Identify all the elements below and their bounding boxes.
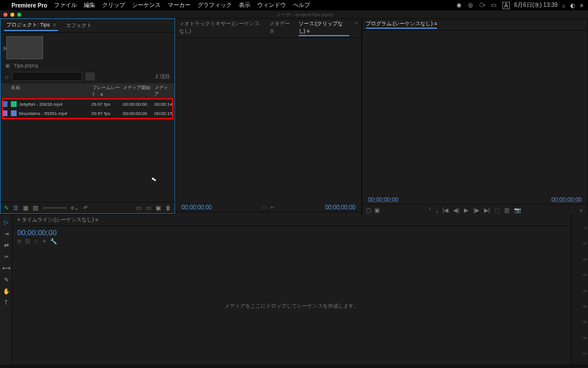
- col-media-start[interactable]: メディア開始: [122, 85, 153, 97]
- play-icon[interactable]: ▶: [3, 45, 8, 51]
- window-titlebar: ユーザ/.../project/Tips.prproj: [0, 10, 588, 18]
- menu-graphic[interactable]: グラフィック: [198, 1, 232, 9]
- battery-icon[interactable]: ▭: [491, 2, 498, 9]
- media-row[interactable]: Jellyfish - 26818.mp4 29.97 fps 00:00:00…: [3, 99, 172, 109]
- panel-menu-icon[interactable]: ≡: [434, 21, 437, 26]
- menu-file[interactable]: ファイル: [54, 1, 77, 9]
- selected-clip-thumbnail[interactable]: ▶: [6, 36, 43, 59]
- clip-media-end: 00:00:15: [154, 111, 174, 116]
- find-icon[interactable]: ▭: [136, 205, 141, 211]
- marker-icon[interactable]: ◇: [34, 238, 38, 245]
- track-select-tool-icon[interactable]: ⇥: [2, 229, 10, 237]
- add-button-icon[interactable]: ＋: [578, 206, 584, 214]
- menu-sequence[interactable]: シーケンス: [132, 1, 161, 9]
- project-panel-toolbar: ✎ ☰ ▦ ▧ ○───── ≡⌄ ↶ ▭ ▭ ▣ 🗑: [1, 202, 175, 213]
- maximize-window-button[interactable]: [17, 13, 21, 17]
- media-row[interactable]: Mountains - 59291.mp4 29.97 fps 00:00:00…: [3, 109, 172, 118]
- freeform-view-icon[interactable]: ▧: [33, 205, 38, 211]
- project-media-list: Jellyfish - 26818.mp4 29.97 fps 00:00:00…: [2, 98, 173, 119]
- ripple-tool-icon[interactable]: ⇄: [2, 241, 10, 249]
- panel-menu-icon[interactable]: ≡: [53, 22, 56, 28]
- tab-project[interactable]: プロジェクト: Tips ≡: [4, 20, 58, 31]
- record-icon[interactable]: ◉: [457, 2, 463, 9]
- lift-icon[interactable]: ⸢: [429, 207, 431, 213]
- razor-tool-icon[interactable]: ✂: [2, 252, 10, 260]
- label-chip[interactable]: [3, 101, 7, 107]
- panel-menu-icon[interactable]: ≡: [95, 217, 98, 223]
- go-to-out-icon[interactable]: ▶|: [484, 207, 490, 213]
- new-bin-icon[interactable]: ▭: [146, 205, 151, 211]
- tab-metadata[interactable]: メタデータ: [269, 20, 293, 36]
- extract-icon[interactable]: ⸥: [436, 207, 438, 213]
- wifi-icon[interactable]: ⧃: [479, 2, 486, 9]
- selection-tool-icon[interactable]: ▷: [2, 218, 10, 226]
- col-framerate[interactable]: フレームレート ▲: [90, 85, 122, 97]
- delete-icon[interactable]: 🗑: [165, 205, 171, 211]
- sort-asc-icon: ▲: [98, 91, 105, 97]
- camera-icon[interactable]: 📷: [514, 207, 521, 213]
- source-tc-in[interactable]: 00;00;00;00: [181, 204, 212, 210]
- tab-effects[interactable]: エフェクト: [64, 21, 94, 30]
- spotlight-icon[interactable]: ◎: [468, 2, 475, 9]
- menubar-clock[interactable]: 6月6日(水) 13:39: [514, 1, 558, 9]
- tab-timeline[interactable]: × タイムライン:(シーケンスなし): [17, 217, 94, 223]
- type-tool-icon[interactable]: T: [2, 298, 10, 306]
- label-chip[interactable]: [3, 110, 7, 116]
- pencil-icon[interactable]: ✎: [4, 205, 9, 211]
- snap-icon[interactable]: ⧉: [17, 238, 21, 245]
- clip-framerate: 29.97 fps: [91, 102, 123, 107]
- col-media-end[interactable]: メディア: [153, 85, 173, 97]
- program-tc-in[interactable]: 00;00;00;00: [368, 197, 399, 203]
- source-tc-out[interactable]: 00;00;00;00: [325, 204, 355, 210]
- mark-in-icon[interactable]: ▢: [366, 207, 371, 213]
- settings-icon[interactable]: ✦: [42, 238, 47, 245]
- ime-indicator[interactable]: A: [502, 2, 510, 9]
- notification-icon[interactable]: ≡: [580, 2, 583, 9]
- menu-edit[interactable]: 編集: [84, 1, 95, 9]
- col-name[interactable]: 名前: [10, 85, 90, 97]
- list-view-icon[interactable]: ☰: [13, 205, 18, 211]
- tab-audio-mixer[interactable]: ィオトラックミキサー:(シーケンスなし): [179, 20, 264, 36]
- app-name[interactable]: Premiere Pro: [11, 2, 47, 9]
- search-icon[interactable]: ⌕: [562, 2, 566, 9]
- minimize-window-button[interactable]: [10, 13, 14, 17]
- icon-view-icon[interactable]: ▦: [23, 205, 28, 211]
- menu-help[interactable]: ヘルプ: [293, 1, 310, 9]
- panel-menu-icon[interactable]: ≡: [307, 28, 310, 34]
- new-bin-button[interactable]: [86, 72, 95, 80]
- step-fwd-icon[interactable]: |▶: [473, 207, 479, 213]
- video-clip-icon: [11, 110, 17, 116]
- hand-tool-icon[interactable]: ✋: [2, 287, 10, 295]
- tab-source[interactable]: ソース:(クリップなし) ≡: [299, 20, 349, 36]
- wrench-icon[interactable]: 🔧: [50, 238, 57, 245]
- mark-out-icon[interactable]: ▣: [374, 207, 380, 213]
- menu-clip[interactable]: クリップ: [102, 1, 125, 9]
- sort-menu-icon[interactable]: ≡⌄: [71, 205, 79, 211]
- fit-icon[interactable]: ▭: [262, 204, 267, 210]
- export-frame-icon[interactable]: ⬚: [494, 207, 500, 213]
- menu-marker[interactable]: マーカー: [168, 1, 191, 9]
- close-window-button[interactable]: [3, 13, 7, 17]
- linked-selection-icon[interactable]: ⛓: [25, 238, 30, 245]
- automate-icon[interactable]: ↶: [83, 205, 88, 211]
- menu-window[interactable]: ウィンドウ: [257, 1, 286, 9]
- new-item-icon[interactable]: ▣: [156, 205, 161, 211]
- pen-tool-icon[interactable]: ✎: [2, 275, 10, 283]
- play-icon[interactable]: ▶: [464, 207, 469, 213]
- tab-program[interactable]: プログラム:(シーケンスなし) ≡: [366, 20, 437, 29]
- slip-tool-icon[interactable]: ⟷: [2, 264, 10, 272]
- program-tc-out[interactable]: 00;00;00;00: [551, 197, 582, 203]
- project-search-input[interactable]: [12, 72, 82, 81]
- clip-media-start: 00:00:00:00: [123, 102, 154, 107]
- go-to-in-icon[interactable]: |◀: [443, 207, 449, 213]
- timeline-playhead-tc[interactable]: 00;00;00;00: [17, 228, 566, 237]
- timeline-drop-hint[interactable]: メディアをここにドロップしてシーケンスを作成します。: [13, 247, 571, 365]
- window-title-path: ユーザ/.../project/Tips.prproj: [276, 12, 333, 18]
- overflow-icon[interactable]: »: [355, 20, 358, 36]
- siri-icon[interactable]: ◐: [570, 2, 575, 9]
- zoom-slider[interactable]: ○─────: [42, 205, 66, 211]
- step-back-icon[interactable]: ◀|: [453, 207, 459, 213]
- menu-view[interactable]: 表示: [239, 1, 250, 9]
- half-icon[interactable]: ⇤: [270, 204, 275, 210]
- compare-icon[interactable]: ▥: [504, 207, 509, 213]
